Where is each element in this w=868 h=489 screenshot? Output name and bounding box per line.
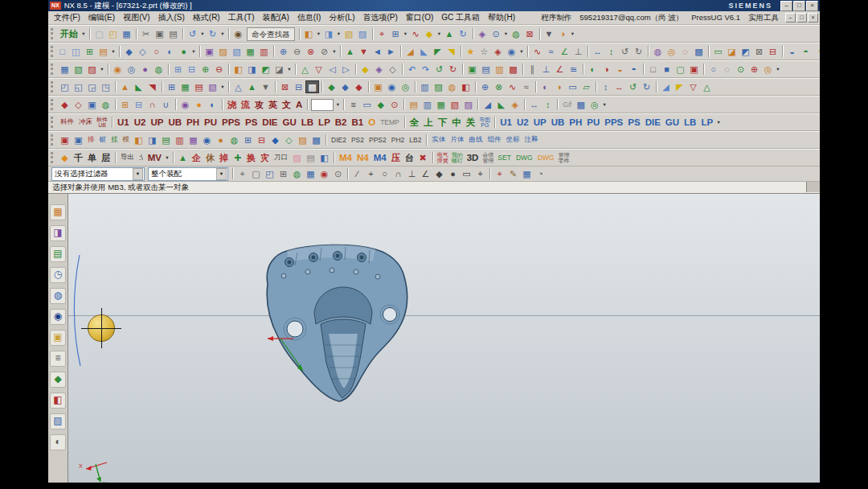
toolbar-icon[interactable]: ◩: [259, 63, 272, 76]
toolbar-icon[interactable]: ◲: [85, 80, 99, 93]
toolbar-icon[interactable]: ◍: [651, 45, 665, 58]
dropdown-caret-icon[interactable]: ▾: [601, 101, 608, 108]
dropdown-caret-icon[interactable]: ▾: [436, 31, 443, 37]
toolbar-icon[interactable]: ▤: [407, 98, 420, 111]
toolbar-button[interactable]: LP: [698, 117, 715, 127]
toolbar-icon[interactable]: ○: [149, 45, 163, 58]
toolbar-icon[interactable]: ↔: [612, 80, 626, 93]
toolbar-icon[interactable]: ↻: [632, 45, 645, 58]
toolbar-icon[interactable]: ◆: [432, 167, 446, 180]
toolbar-button[interactable]: 英: [266, 99, 280, 111]
toolbar-icon[interactable]: ◍: [445, 80, 459, 93]
toolbar-icon[interactable]: ↻: [446, 63, 460, 76]
toolbar-icon[interactable]: ↻: [206, 27, 219, 40]
toolbar-button[interactable]: 会信管理: [481, 152, 495, 164]
toolbar-icon[interactable]: ◳: [99, 80, 113, 93]
toolbar-button[interactable]: LB2: [407, 136, 424, 144]
toolbar-button[interactable]: M4: [371, 153, 389, 162]
toolbar-icon[interactable]: ◉: [178, 98, 192, 111]
toolbar-icon[interactable]: ◈: [491, 45, 505, 58]
prompt-scroll-handle[interactable]: [806, 182, 820, 192]
toolbar-icon[interactable]: ⊗: [304, 45, 317, 58]
toolbar-button[interactable]: 排: [85, 135, 97, 145]
toolbar-button[interactable]: TEMP: [378, 118, 402, 126]
toolbar-icon[interactable]: ▦: [304, 167, 317, 180]
toolbar-icon[interactable]: ◨: [322, 27, 336, 40]
toolbar-icon[interactable]: ◪: [725, 45, 739, 58]
toolbar-icon[interactable]: ◉: [231, 27, 245, 40]
toolbar-icon[interactable]: ✂: [139, 27, 153, 40]
color-swatch-dropdown[interactable]: [311, 99, 334, 111]
toolbar-icon[interactable]: ◍: [152, 63, 166, 76]
toolbar-icon[interactable]: ●: [446, 167, 460, 180]
toolbar-icon[interactable]: ◔: [813, 45, 820, 58]
toolbar-icon[interactable]: ◁: [326, 63, 339, 76]
toolbar-icon[interactable]: ⊥: [405, 167, 419, 180]
toolbar-button[interactable]: PPS: [219, 117, 243, 127]
layers-icon[interactable]: ≡: [50, 351, 66, 367]
toolbar-icon[interactable]: ▣: [58, 134, 72, 146]
toolbar-icon[interactable]: ◣: [417, 45, 431, 58]
toolbar-icon[interactable]: ▼: [542, 27, 556, 40]
toolbar-icon[interactable]: ▦: [120, 27, 133, 40]
toolbar-icon[interactable]: ◇: [72, 98, 85, 111]
toolbar-icon[interactable]: ◐: [586, 63, 600, 76]
toolbar-icon[interactable]: ⊠: [523, 27, 537, 40]
toolbar-icon[interactable]: ⊥: [539, 63, 553, 76]
toolbar-icon[interactable]: ↺: [626, 80, 640, 93]
toolbar-icon[interactable]: △: [231, 80, 245, 93]
minimize-button[interactable]: –: [780, 1, 792, 11]
dropdown-caret-icon[interactable]: ▾: [403, 31, 409, 37]
toolbar-button[interactable]: UB: [549, 117, 567, 127]
chevron-down-icon[interactable]: ▾: [216, 168, 227, 180]
toolbar-button[interactable]: 千: [72, 152, 85, 164]
toolbar-icon[interactable]: ↺: [618, 45, 632, 58]
toolbar-icon[interactable]: ⊕: [478, 80, 492, 93]
model-hole-left[interactable]: [287, 321, 303, 337]
toolbar-icon[interactable]: ◍: [510, 27, 523, 40]
part-navigator-icon[interactable]: ▨: [50, 413, 66, 429]
toolbar-icon[interactable]: ↕: [541, 98, 555, 111]
toolbar-button[interactable]: 导图PG: [477, 117, 492, 129]
model-hole-right[interactable]: [383, 308, 397, 322]
toolbar-icon[interactable]: ▤: [166, 27, 180, 40]
toolbar-button[interactable]: 浇: [225, 99, 239, 111]
toolbar-icon[interactable]: ◣: [132, 80, 145, 93]
toolbar-button[interactable]: PH: [567, 117, 584, 127]
toolbar-icon[interactable]: ◤: [431, 45, 444, 58]
toolbar-icon[interactable]: ◪: [272, 63, 286, 76]
toolbar-button[interactable]: DIE: [260, 117, 280, 127]
toolbar-button[interactable]: 挂: [108, 135, 121, 145]
toolbar-icon[interactable]: ▲: [443, 27, 457, 40]
toolbar-icon[interactable]: ⊞: [389, 27, 403, 40]
toolbar-icon[interactable]: ▨: [356, 27, 370, 40]
reuse-library-icon[interactable]: ◐: [50, 434, 66, 450]
toolbar-icon[interactable]: ⌖: [235, 167, 249, 180]
toolbar-button[interactable]: 层: [99, 152, 113, 164]
toolbar-icon[interactable]: ◆: [338, 80, 352, 93]
toolbar-icon[interactable]: ▲: [343, 45, 357, 58]
toolbar-icon[interactable]: ◧: [317, 151, 331, 164]
toolbar-icon[interactable]: ◧: [459, 80, 473, 93]
navigator-icon[interactable]: ◍: [50, 288, 66, 304]
toolbar-icon[interactable]: ∕: [350, 167, 364, 180]
toolbar-icon[interactable]: ▩: [692, 45, 706, 58]
toolbar-button[interactable]: 冲床: [76, 117, 95, 127]
model-3d[interactable]: [252, 232, 436, 413]
toolbar-icon[interactable]: ◆: [122, 45, 136, 58]
toolbar-icon[interactable]: ▧: [206, 80, 219, 93]
toolbar-button[interactable]: PPS2: [366, 136, 389, 144]
toolbar-icon[interactable]: ◰: [106, 27, 120, 40]
toolbar-button[interactable]: 灾: [258, 152, 272, 164]
dropdown-caret-icon[interactable]: ▾: [715, 119, 722, 125]
toolbar-button[interactable]: 注释: [522, 135, 540, 145]
toolbar-icon[interactable]: ▱: [579, 80, 593, 93]
toolbar-button[interactable]: 流: [239, 99, 252, 111]
toolbar-icon[interactable]: ∠: [558, 45, 571, 58]
toolbar-button[interactable]: DWG: [535, 154, 557, 162]
toolbar-icon[interactable]: ◉: [317, 167, 331, 180]
toolbar-button[interactable]: 文: [280, 99, 293, 111]
toolbar-button[interactable]: UB: [166, 117, 184, 127]
toolbar-icon[interactable]: ◨: [145, 134, 159, 146]
toolbar-icon[interactable]: ⊙: [489, 27, 503, 40]
